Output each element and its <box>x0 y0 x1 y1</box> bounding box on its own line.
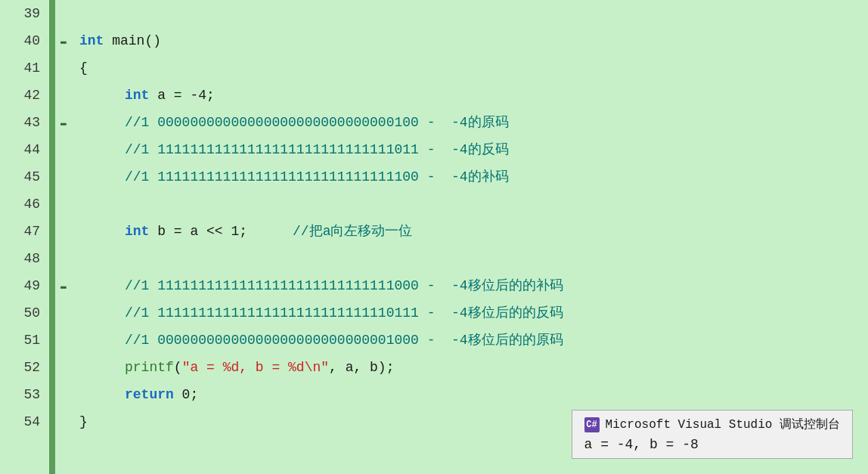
line-num-44: 44 <box>0 136 40 163</box>
line-numbers: 39 40 41 42 43 44 45 46 47 48 49 50 51 5… <box>0 0 49 474</box>
collapse-40[interactable]: ▬ <box>55 27 72 54</box>
brace-open: { <box>79 54 88 82</box>
active-line-gutter <box>49 0 55 474</box>
collapse-41 <box>55 54 72 82</box>
code-line-42: int a = -4; <box>79 82 868 109</box>
comment-51: //1 00000000000000000000000000001000 - -… <box>125 327 563 354</box>
debug-header: C# Microsoft Visual Studio 调试控制台 <box>584 417 840 432</box>
collapse-50 <box>55 299 72 327</box>
code-line-51: //1 00000000000000000000000000001000 - -… <box>79 327 868 354</box>
code-line-49: //1 11111111111111111111111111111000 - -… <box>79 272 868 299</box>
debug-panel: C# Microsoft Visual Studio 调试控制台 a = -4,… <box>572 410 853 459</box>
line-num-42: 42 <box>0 82 40 109</box>
comment-45: //1 11111111111111111111111111111100 - -… <box>125 163 509 191</box>
line-num-53: 53 <box>0 381 40 408</box>
collapse-53 <box>55 381 72 408</box>
line-num-48: 48 <box>0 245 40 272</box>
line-num-50: 50 <box>0 299 40 327</box>
collapse-icon-40[interactable]: ▬ <box>60 36 67 46</box>
debug-output: a = -4, b = -8 <box>584 437 840 452</box>
comment-43: //1 00000000000000000000000000000100 - -… <box>125 109 509 136</box>
collapse-49[interactable]: ▬ <box>55 272 72 299</box>
line-num-39: 39 <box>0 0 40 27</box>
collapse-46 <box>55 191 72 218</box>
code-b-decl: b = a << 1; <box>149 218 247 245</box>
code-area: int main() { int a = -4; //1 00000000000… <box>72 0 868 474</box>
keyword-int-47: int <box>125 218 149 245</box>
code-line-43: //1 00000000000000000000000000000100 - -… <box>79 109 868 136</box>
editor-container: 39 40 41 42 43 44 45 46 47 48 49 50 51 5… <box>0 0 868 474</box>
code-line-46 <box>79 191 868 218</box>
collapse-42 <box>55 82 72 109</box>
keyword-int-40: int <box>79 27 104 54</box>
printf-args: , a, b); <box>329 354 394 381</box>
code-line-48 <box>79 245 868 272</box>
collapse-52 <box>55 354 72 381</box>
line-num-46: 46 <box>0 191 40 218</box>
line-num-45: 45 <box>0 163 40 191</box>
line-num-43: 43 <box>0 109 40 136</box>
keyword-int-42: int <box>125 82 149 109</box>
code-line-53: return 0; <box>79 381 868 408</box>
printf-paren-open: ( <box>174 354 182 381</box>
comment-47: //把a向左移动一位 <box>293 218 412 245</box>
code-line-47: int b = a << 1; //把a向左移动一位 <box>79 218 868 245</box>
code-line-39 <box>79 0 868 27</box>
vs-icon: C# <box>584 417 600 432</box>
vs-icon-label: C# <box>586 420 597 430</box>
comment-44: //1 11111111111111111111111111111011 - -… <box>125 136 509 163</box>
return-value: 0; <box>174 381 198 408</box>
comment-50: //1 11111111111111111111111111110111 - -… <box>125 299 563 327</box>
collapse-44 <box>55 136 72 163</box>
code-line-40: int main() <box>79 27 868 54</box>
collapse-column: ▬ ▬ ▬ <box>55 0 72 474</box>
collapse-48 <box>55 245 72 272</box>
collapse-45 <box>55 163 72 191</box>
line-num-49: 49 <box>0 272 40 299</box>
line-num-41: 41 <box>0 54 40 82</box>
keyword-return: return <box>125 381 174 408</box>
code-main: main() <box>104 27 161 54</box>
collapse-icon-49[interactable]: ▬ <box>60 281 67 291</box>
code-line-44: //1 11111111111111111111111111111011 - -… <box>79 136 868 163</box>
code-line-50: //1 11111111111111111111111111110111 - -… <box>79 299 868 327</box>
brace-close: } <box>79 408 88 435</box>
debug-title: Microsoft Visual Studio 调试控制台 <box>606 417 840 432</box>
line-num-40: 40 <box>0 27 40 54</box>
collapse-39 <box>55 0 72 27</box>
collapse-51 <box>55 327 72 354</box>
code-line-41: { <box>79 54 868 82</box>
line-num-52: 52 <box>0 354 40 381</box>
collapse-54 <box>55 408 72 435</box>
collapse-icon-43[interactable]: ▬ <box>60 118 67 128</box>
printf-keyword: printf <box>125 354 174 381</box>
code-line-45: //1 11111111111111111111111111111100 - -… <box>79 163 868 191</box>
collapse-43[interactable]: ▬ <box>55 109 72 136</box>
line-num-54: 54 <box>0 408 40 435</box>
line-num-47: 47 <box>0 218 40 245</box>
line-num-51: 51 <box>0 327 40 354</box>
code-a-decl: a = -4; <box>149 82 214 109</box>
collapse-47 <box>55 218 72 245</box>
comment-49: //1 11111111111111111111111111111000 - -… <box>125 272 563 299</box>
code-line-52: printf ( "a = %d, b = %d\n" , a, b); <box>79 354 868 381</box>
printf-string: "a = %d, b = %d\n" <box>182 354 329 381</box>
